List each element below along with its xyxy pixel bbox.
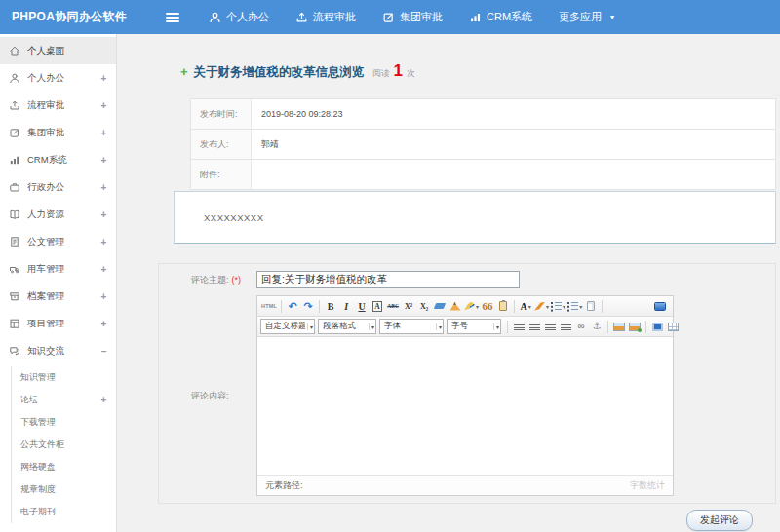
sidebar-item-label: 行政办公: [27, 181, 100, 194]
sidebar-item-archives[interactable]: 档案管理 +: [0, 283, 116, 310]
sidebar-item-knowledge[interactable]: 知识交流 −: [0, 337, 116, 364]
link-button[interactable]: ∞: [573, 319, 589, 335]
sidebar-subitem-network-disk[interactable]: 网络硬盘: [20, 456, 116, 478]
snapshot-button[interactable]: [627, 319, 643, 335]
caret-down-icon: ▾: [369, 323, 374, 330]
new-doc-button[interactable]: [583, 298, 599, 315]
expand-mark: +: [100, 319, 106, 329]
table-row: 发布时间: 2019-08-20 09:28:23: [191, 99, 775, 130]
sidebar-item-hr[interactable]: 人力资源 +: [0, 201, 116, 228]
bold-button[interactable]: B: [323, 298, 338, 315]
info-value: 郭靖: [252, 130, 775, 159]
info-value: 2019-08-20 09:28:23: [252, 99, 775, 129]
comment-subject-input[interactable]: [256, 271, 520, 288]
paragraph-select[interactable]: 段落格式▾: [318, 319, 376, 334]
font-color-button[interactable]: A▾: [518, 298, 533, 315]
upload-tray-icon: [9, 99, 20, 111]
char-border-button[interactable]: A: [370, 298, 385, 315]
sidebar-subitem-knowledge-management[interactable]: 知识管理: [20, 366, 116, 389]
undo-icon: ↶: [288, 301, 296, 312]
sidebar-item-crm[interactable]: CRM系统 +: [0, 146, 116, 173]
submit-comment-button[interactable]: 发起评论: [686, 510, 753, 531]
sidebar-subitem-rules[interactable]: 规章制度: [20, 478, 116, 501]
italic-icon: I: [344, 301, 348, 312]
sidebar-item-personal-office[interactable]: 个人办公 +: [0, 64, 116, 92]
anchor-button[interactable]: ⚓: [589, 319, 604, 335]
clear-doc-button[interactable]: [448, 298, 463, 315]
page-title-row: + 关于财务增值税的改革信息浏览 阅读 1 次: [180, 61, 776, 81]
sidebar-item-desktop[interactable]: 个人桌面: [0, 37, 116, 64]
project-board-icon: [9, 318, 20, 329]
bar-chart-icon: [9, 154, 20, 166]
briefcase-icon: [9, 181, 20, 193]
expand-mark: +: [100, 182, 106, 193]
highlight-button[interactable]: ▾: [533, 298, 550, 315]
source-button[interactable]: HTML: [260, 298, 278, 315]
ordered-list-button[interactable]: ▾: [550, 298, 566, 315]
italic-button[interactable]: I: [338, 298, 354, 315]
align-center-icon: [529, 323, 540, 331]
strikethrough-icon: ABC: [387, 303, 399, 309]
nav-item-workflow-approval[interactable]: 流程审批: [295, 10, 356, 24]
strikethrough-button[interactable]: ABC: [385, 298, 401, 315]
blockquote-button[interactable]: 66: [480, 298, 495, 315]
sidebar-item-official-docs[interactable]: 公文管理 +: [0, 228, 116, 255]
editor-body[interactable]: [257, 337, 673, 475]
sidebar-item-admin-office[interactable]: 行政办公 +: [0, 173, 116, 201]
underline-button[interactable]: U: [354, 298, 370, 315]
video-button[interactable]: [649, 319, 665, 335]
nav-item-personal-office[interactable]: 个人办公: [209, 10, 269, 24]
align-justify-button[interactable]: [558, 319, 573, 335]
unordered-list-icon: [567, 302, 578, 311]
font-size-select-label: 字号: [451, 321, 468, 332]
user-icon: [9, 72, 20, 84]
format-painter-icon: [464, 302, 475, 311]
paste-button[interactable]: [495, 298, 511, 315]
sidebar-item-label: 集团审批: [27, 127, 100, 139]
sidebar-item-workflow-approval[interactable]: 流程审批 +: [0, 92, 116, 119]
superscript-button[interactable]: X²: [401, 298, 416, 315]
align-center-button[interactable]: [526, 319, 542, 335]
sidebar-subitem-forum[interactable]: 论坛 +: [20, 389, 116, 411]
custom-title-select[interactable]: 自定义标题▾: [260, 319, 315, 334]
sidebar-subitem-download[interactable]: 下载管理: [20, 411, 116, 434]
nav-item-crm[interactable]: CRM系统: [469, 10, 532, 24]
undo-button[interactable]: ↶: [285, 298, 300, 315]
sidebar-item-label: 流程审批: [27, 99, 100, 112]
align-right-button[interactable]: [542, 319, 558, 335]
home-icon: [9, 45, 20, 57]
unordered-list-button[interactable]: ▾: [566, 298, 583, 315]
caret-down-icon: ▾: [546, 303, 549, 310]
sidebar-item-project[interactable]: 项目管理 +: [0, 310, 116, 337]
sidebar-item-vehicle[interactable]: 用车管理 +: [0, 255, 116, 283]
sidebar-subitem-e-journal[interactable]: 电子期刊: [20, 501, 116, 523]
hamburger-menu-icon[interactable]: [166, 17, 179, 19]
image-button[interactable]: [611, 319, 627, 335]
top-bar: PHPOA协同办公软件 个人办公 流程审批 集团审批 CRM系统 更多应用 ▾: [0, 0, 780, 34]
nav-item-more-apps[interactable]: 更多应用 ▾: [559, 10, 614, 24]
font-size-select[interactable]: 字号▾: [447, 319, 501, 334]
sidebar-subitem-label: 论坛: [20, 394, 100, 406]
fullscreen-button[interactable]: [652, 298, 668, 315]
truck-icon: [9, 263, 20, 275]
sidebar-subitem-public-cabinet[interactable]: 公共文件柜: [20, 434, 116, 456]
align-right-icon: [545, 323, 556, 331]
subscript-button[interactable]: X₂: [416, 298, 432, 315]
nav-item-group-approval[interactable]: 集团审批: [382, 10, 443, 24]
paragraph-select-label: 段落格式: [323, 321, 356, 332]
format-painter-button[interactable]: ▾: [463, 298, 480, 315]
caret-down-icon: ▾: [307, 323, 313, 330]
font-family-select[interactable]: 字体▾: [379, 319, 444, 334]
caret-down-icon: ▾: [528, 303, 531, 310]
custom-title-select-label: 自定义标题: [265, 321, 305, 332]
toolbar-separator: [319, 300, 320, 313]
redo-button[interactable]: ↷: [300, 298, 316, 315]
rich-text-editor: HTML↶↷BIUAABCX²X₂▾66A▾▾▾▾ 自定义标题▾段落格式▾字体▾…: [256, 295, 674, 496]
remove-format-button[interactable]: [432, 298, 448, 315]
insert-table-button[interactable]: [665, 319, 681, 335]
sidebar-item-group-approval[interactable]: 集团审批 +: [0, 119, 116, 146]
align-left-button[interactable]: [511, 319, 526, 335]
word-count-label[interactable]: 字数统计: [630, 479, 665, 492]
book-icon: [9, 209, 20, 220]
underline-icon: U: [358, 301, 365, 312]
